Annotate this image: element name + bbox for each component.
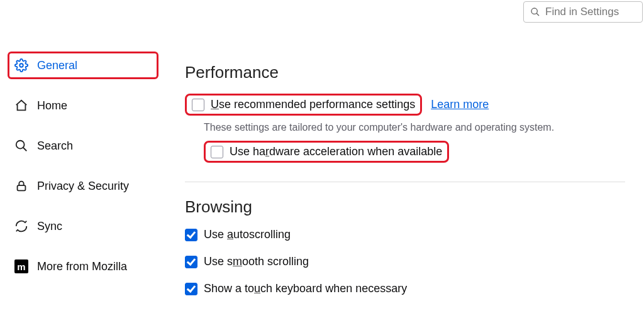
search-icon (530, 7, 540, 17)
use-recommended-checkbox[interactable] (192, 99, 204, 111)
sidebar-item-label: Privacy & Security (37, 180, 129, 193)
sidebar-item-home[interactable]: Home (8, 92, 158, 119)
svg-line-1 (536, 13, 539, 16)
performance-heading: Performance (185, 63, 625, 82)
hw-accel-row: Use hardware acceleration when available (204, 141, 625, 163)
sidebar-item-more-mozilla[interactable]: m More from Mozilla (8, 253, 158, 280)
sidebar: General Home Search Privacy & Security S… (8, 52, 158, 293)
smoothscroll-checkbox[interactable] (185, 256, 197, 268)
svg-rect-5 (18, 185, 26, 190)
smoothscroll-row: Use smooth scrolling (185, 255, 625, 268)
performance-desc: These settings are tailored to your comp… (204, 122, 625, 133)
sidebar-item-label: General (37, 59, 77, 72)
use-recommended-row: Use recommended performance settings Lea… (185, 94, 625, 116)
sidebar-item-label: More from Mozilla (37, 260, 127, 273)
smoothscroll-label: Use smooth scrolling (204, 255, 309, 268)
hw-accel-label: Use hardware acceleration when available (230, 145, 442, 158)
touchkbd-checkbox[interactable] (185, 283, 197, 295)
hw-accel-checkbox[interactable] (211, 146, 223, 158)
sidebar-item-label: Sync (37, 220, 62, 233)
learn-more-link[interactable]: Learn more (431, 98, 489, 111)
home-icon (14, 99, 28, 112)
section-divider (185, 182, 625, 182)
search-box[interactable] (523, 1, 643, 23)
browsing-heading: Browsing (185, 197, 625, 217)
touchkbd-row: Show a touch keyboard when necessary (185, 282, 625, 295)
autoscroll-row: Use autoscrolling (185, 228, 625, 241)
search-container (523, 1, 643, 23)
hw-accel-highlight: Use hardware acceleration when available (204, 141, 449, 163)
svg-point-3 (16, 141, 25, 149)
sidebar-item-general[interactable]: General (8, 52, 158, 79)
sidebar-item-label: Search (37, 139, 73, 153)
use-recommended-highlight: Use recommended performance settings (185, 94, 422, 116)
svg-point-2 (19, 63, 23, 67)
touchkbd-label: Show a touch keyboard when necessary (204, 282, 407, 295)
content: Performance Use recommended performance … (185, 63, 625, 309)
lock-icon (14, 179, 28, 193)
use-recommended-label: Use recommended performance settings (211, 98, 415, 111)
search-input[interactable] (545, 6, 636, 18)
sidebar-item-privacy[interactable]: Privacy & Security (8, 172, 158, 200)
sidebar-item-label: Home (37, 99, 67, 112)
autoscroll-checkbox[interactable] (185, 229, 197, 241)
svg-point-0 (531, 8, 537, 14)
sidebar-item-search[interactable]: Search (8, 132, 158, 160)
search-icon (14, 139, 28, 153)
gear-icon (14, 58, 28, 72)
sidebar-item-sync[interactable]: Sync (8, 212, 158, 240)
svg-line-4 (23, 148, 27, 151)
mozilla-icon: m (14, 259, 28, 273)
autoscroll-label: Use autoscrolling (204, 228, 291, 241)
sync-icon (14, 219, 28, 233)
